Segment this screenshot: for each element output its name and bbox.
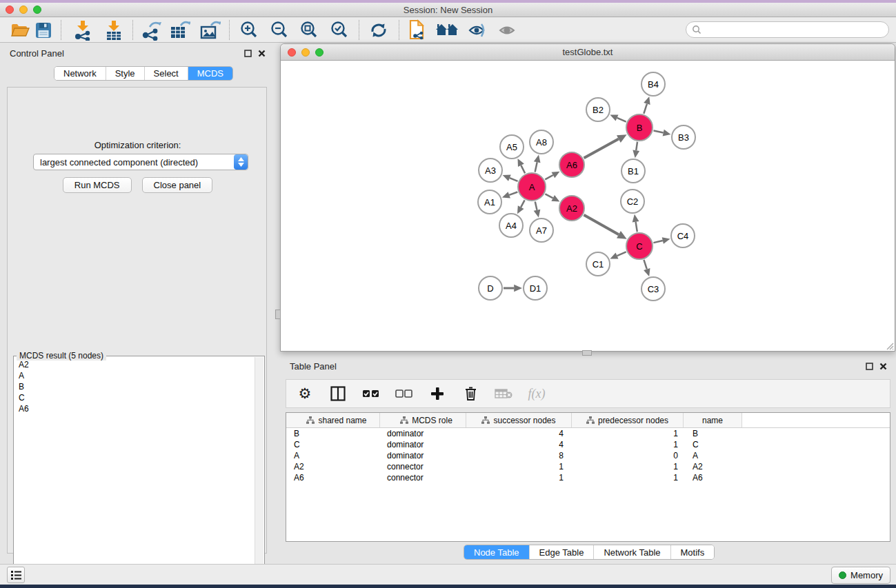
- graph-node-C2[interactable]: C2: [621, 190, 644, 213]
- result-item[interactable]: A2: [14, 359, 253, 370]
- table-cell[interactable]: 4: [466, 429, 572, 438]
- column-header-successor-nodes[interactable]: successor nodes: [466, 413, 572, 427]
- vertical-splitter-handle[interactable]: [275, 310, 281, 319]
- memory-button[interactable]: Memory: [831, 567, 890, 584]
- tab-node-table[interactable]: Node Table: [464, 545, 529, 559]
- mcds-result-list[interactable]: A2ABCA6: [14, 359, 253, 588]
- column-header-mcds-role[interactable]: MCDS role: [380, 413, 466, 427]
- show-graphics-details-icon[interactable]: [466, 20, 489, 41]
- save-session-icon[interactable]: [32, 20, 55, 41]
- graph-edge-C-C4[interactable]: [653, 241, 662, 243]
- table-cell[interactable]: 1: [466, 462, 572, 472]
- tab-network-table[interactable]: Network Table: [593, 545, 670, 559]
- zoom-in-icon[interactable]: [237, 20, 261, 41]
- table-cell[interactable]: 4: [466, 440, 572, 449]
- table-cell[interactable]: A: [684, 451, 742, 460]
- table-cell[interactable]: A6: [684, 473, 742, 483]
- table-cell[interactable]: A2: [684, 462, 742, 472]
- graph-node-B4[interactable]: B4: [641, 72, 665, 96]
- network-from-document-icon[interactable]: [406, 20, 429, 41]
- tab-motifs[interactable]: Motifs: [670, 545, 715, 559]
- search-field[interactable]: [686, 21, 889, 38]
- table-cell[interactable]: C: [286, 440, 380, 449]
- search-input[interactable]: [701, 23, 888, 36]
- table-row[interactable]: Bdominator41B: [286, 428, 890, 439]
- graph-edge-C-C3[interactable]: [644, 260, 646, 269]
- export-table-icon[interactable]: [168, 20, 192, 41]
- import-table-icon[interactable]: [102, 20, 126, 41]
- zoom-out-icon[interactable]: [268, 20, 291, 41]
- graph-node-C[interactable]: C: [626, 233, 653, 259]
- graph-node-C1[interactable]: C1: [586, 252, 610, 276]
- graph-edge-B-B1[interactable]: [636, 142, 637, 151]
- graph-edge-A-A8[interactable]: [535, 162, 537, 172]
- column-header-name[interactable]: name: [684, 413, 742, 427]
- import-network-icon[interactable]: [71, 20, 94, 41]
- graph-node-A6[interactable]: A6: [559, 152, 584, 177]
- table-row[interactable]: Cdominator41C: [286, 439, 890, 450]
- graph-edge-A-A5[interactable]: [521, 165, 525, 173]
- home-icon[interactable]: [435, 20, 459, 41]
- deselect-all-icon[interactable]: [395, 384, 413, 403]
- table-cell[interactable]: dominator: [380, 451, 466, 460]
- apply-function-icon[interactable]: f(x): [528, 384, 546, 403]
- graph-node-A3[interactable]: A3: [479, 159, 502, 182]
- graph-edge-B-B2[interactable]: [617, 118, 626, 122]
- criterion-dropdown[interactable]: largest connected component (directed): [33, 154, 248, 170]
- table-cell[interactable]: 1: [466, 473, 572, 483]
- open-session-icon[interactable]: [8, 20, 32, 41]
- result-item[interactable]: B: [14, 381, 253, 392]
- graph-node-D[interactable]: D: [479, 276, 502, 300]
- table-cell[interactable]: dominator: [380, 440, 466, 449]
- table-cell[interactable]: A: [286, 451, 380, 460]
- table-cell[interactable]: 1: [572, 440, 684, 449]
- table-cell[interactable]: 1: [572, 429, 684, 438]
- export-network-icon[interactable]: [139, 20, 163, 41]
- horizontal-splitter-handle[interactable]: [582, 350, 592, 356]
- graph-node-B[interactable]: B: [626, 114, 653, 141]
- result-item[interactable]: C: [14, 392, 253, 403]
- graph-edge-B-B3[interactable]: [654, 130, 664, 132]
- tab-edge-table[interactable]: Edge Table: [529, 545, 594, 559]
- export-image-icon[interactable]: [199, 20, 222, 41]
- table-cell[interactable]: B: [286, 429, 380, 438]
- table-cell[interactable]: C: [684, 440, 742, 449]
- delete-column-icon[interactable]: [461, 384, 479, 403]
- network-window-titlebar[interactable]: testGlobe.txt: [281, 44, 895, 61]
- tab-mcds[interactable]: MCDS: [188, 67, 232, 80]
- graph-node-A7[interactable]: A7: [530, 219, 553, 242]
- graph-edge-A-A4[interactable]: [521, 200, 524, 207]
- graph-node-A1[interactable]: A1: [478, 190, 501, 214]
- refresh-view-icon[interactable]: [367, 20, 390, 41]
- graph-node-A4[interactable]: A4: [499, 214, 523, 237]
- table-row[interactable]: A2connector11A2: [286, 461, 890, 472]
- window-resize-grip[interactable]: [884, 341, 894, 350]
- show-columns-icon[interactable]: [329, 384, 347, 403]
- graph-edge-A6-B[interactable]: [584, 139, 619, 159]
- graph-node-A8[interactable]: A8: [530, 130, 553, 154]
- table-cell[interactable]: 0: [572, 451, 684, 460]
- result-item[interactable]: A: [14, 370, 253, 381]
- run-mcds-button[interactable]: Run MCDS: [63, 177, 132, 193]
- tab-select[interactable]: Select: [144, 67, 188, 80]
- graph-edge-A2-C[interactable]: [584, 215, 619, 234]
- close-panel-button[interactable]: Close panel: [142, 177, 213, 193]
- result-list-scrollbar[interactable]: [255, 357, 263, 588]
- graph-node-A2[interactable]: A2: [559, 196, 584, 221]
- table-cell[interactable]: A6: [286, 473, 380, 483]
- graph-node-B2[interactable]: B2: [586, 98, 610, 121]
- table-row[interactable]: A6connector11A6: [286, 472, 890, 483]
- graph-edge-A-A2[interactable]: [545, 194, 552, 198]
- graph-node-C4[interactable]: C4: [671, 224, 695, 247]
- table-cell[interactable]: A2: [286, 462, 380, 472]
- table-cell[interactable]: dominator: [380, 429, 466, 438]
- tab-style[interactable]: Style: [106, 67, 144, 80]
- graph-edge-C-C1[interactable]: [617, 252, 626, 256]
- table-cell[interactable]: 1: [572, 462, 684, 472]
- graph-node-C3[interactable]: C3: [641, 277, 665, 301]
- column-header-predecessor-nodes[interactable]: predecessor nodes: [572, 413, 684, 427]
- graph-node-B1[interactable]: B1: [621, 159, 645, 183]
- column-header-shared-name[interactable]: shared name: [286, 413, 380, 427]
- table-options-icon[interactable]: ⚙: [296, 384, 314, 403]
- graph-edge-A-A3[interactable]: [510, 178, 518, 181]
